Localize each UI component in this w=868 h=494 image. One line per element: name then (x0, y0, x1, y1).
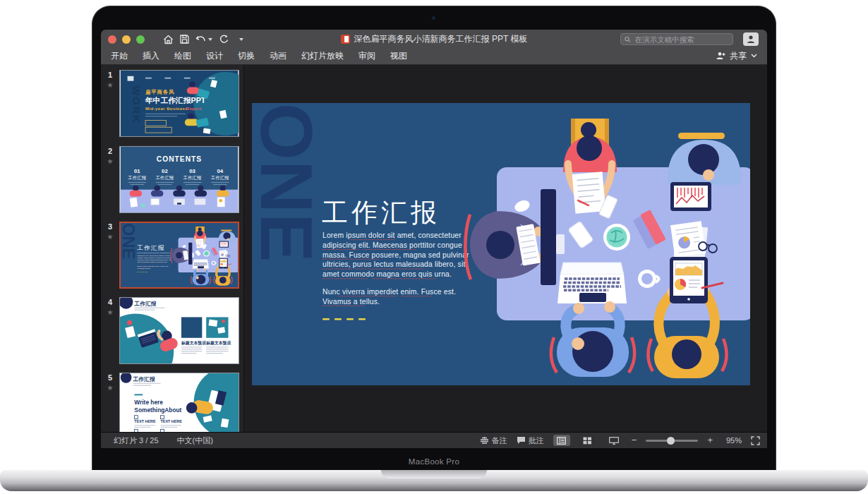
comment-icon (517, 436, 526, 445)
undo-dropdown-icon[interactable] (208, 38, 212, 41)
svg-text:CONTENTS: CONTENTS (157, 155, 202, 163)
slide-number: 3 (101, 222, 119, 231)
view-normal-button[interactable] (553, 435, 570, 446)
slide-number: 2 (101, 147, 119, 155)
thumbnail-item-2[interactable]: 2 ★ CONTENTS 01 工作汇报 02 (101, 146, 243, 213)
zoom-in-button[interactable]: + (707, 437, 713, 444)
slide-number: 4 (101, 298, 119, 306)
home-button[interactable] (163, 35, 174, 44)
transition-star-icon: ★ (101, 81, 119, 89)
notes-button[interactable]: 备注 (480, 435, 507, 446)
tab-home[interactable]: 开始 (111, 50, 128, 62)
slide-counter: 幻灯片 3 / 25 (114, 435, 159, 446)
slide4-thumbnail: 工作汇报 (120, 298, 239, 363)
tab-review[interactable]: 审阅 (358, 50, 375, 62)
window-title: 深色扁平商务风小清新商务工作汇报 PPT 模板 (354, 33, 528, 45)
slide5-thumbnail: 工作汇报 Write h (120, 373, 239, 432)
ppt-document-icon (341, 35, 350, 44)
svg-text:TEXT HERE: TEXT HERE (134, 419, 156, 423)
tab-view[interactable]: 视图 (390, 50, 407, 62)
tab-design[interactable]: 设计 (206, 50, 223, 62)
zoom-button[interactable] (136, 35, 145, 44)
minimize-button[interactable] (122, 35, 131, 44)
redo-button[interactable] (219, 35, 229, 44)
svg-text:01: 01 (134, 168, 140, 174)
traffic-lights (108, 35, 145, 44)
search-field[interactable] (620, 33, 733, 45)
macbook-label: MacBook Pro (0, 457, 868, 466)
svg-text:年中工作汇报PPT: 年中工作汇报PPT (145, 96, 206, 104)
tab-animations[interactable]: 动画 (270, 50, 287, 62)
svg-text:工作汇报: 工作汇报 (132, 376, 155, 382)
webcam-icon (432, 16, 435, 20)
slide2-thumbnail: CONTENTS 01 工作汇报 02 工作汇报 03 工作汇报 04 工作汇 (120, 147, 239, 212)
share-button[interactable]: 共享 (716, 50, 757, 62)
thumbnail-item-4[interactable]: 4 ★ 工作汇报 (101, 297, 243, 364)
macbook-lid-notch (381, 470, 487, 478)
svg-text:标题文本预设: 标题文本预设 (181, 340, 206, 346)
slide3-thumbnail (121, 223, 238, 287)
transition-star-icon: ★ (101, 384, 119, 392)
workspace: 1 ★ WORK 扁平商务风 年中工作汇报PPT (101, 65, 767, 432)
current-slide[interactable] (252, 103, 750, 385)
add-person-icon (716, 52, 725, 60)
slide-sorter-icon (583, 437, 592, 445)
svg-text:工作汇报: 工作汇报 (210, 175, 229, 181)
share-label: 共享 (730, 50, 747, 62)
slide-thumbnail-panel: 1 ★ WORK 扁平商务风 年中工作汇报PPT (101, 65, 244, 432)
view-slide-sorter-button[interactable] (579, 435, 596, 446)
svg-text:工作汇报: 工作汇报 (183, 175, 202, 181)
normal-view-icon (557, 437, 566, 445)
zoom-slider[interactable] (646, 440, 698, 442)
svg-text:Report: Report (186, 107, 202, 111)
tab-draw[interactable]: 绘图 (174, 50, 191, 62)
slide-number: 1 (101, 71, 119, 79)
comments-button[interactable]: 批注 (517, 435, 544, 446)
fullscreen-icon[interactable] (751, 436, 760, 445)
svg-text:04: 04 (217, 168, 223, 174)
save-button[interactable] (180, 35, 189, 44)
notes-icon (480, 437, 489, 445)
thumbnail-item-5[interactable]: 5 ★ 工作汇报 (101, 373, 243, 432)
view-slideshow-button[interactable] (605, 435, 622, 446)
slideshow-icon (609, 437, 619, 445)
slide1-thumbnail: WORK 扁平商务风 年中工作汇报PPT Mid-year Business R… (120, 71, 239, 136)
thumbnail-item-3-selected[interactable]: 3 ★ (101, 222, 243, 289)
account-person-icon (746, 35, 756, 44)
tab-insert[interactable]: 插入 (143, 50, 159, 62)
macbook-mockup: ONE 工作汇报 Lorem ipsum dolor sit amet, con… (0, 0, 868, 494)
status-bar: 幻灯片 3 / 25 中文(中国) 备注 批注 (101, 432, 767, 448)
powerpoint-window: 深色扁平商务风小清新商务工作汇报 PPT 模板 开始 插入 绘图 (101, 30, 767, 448)
zoom-slider-knob[interactable] (667, 437, 675, 445)
svg-text:03: 03 (189, 168, 195, 174)
titlebar: 深色扁平商务风小清新商务工作汇报 PPT 模板 (101, 30, 767, 49)
zoom-level: 95% (722, 436, 742, 445)
toolbar-dropdown-icon[interactable] (239, 38, 243, 41)
svg-text:扁平商务风: 扁平商务风 (145, 89, 175, 95)
search-icon (625, 36, 631, 43)
zoom-out-button[interactable]: − (632, 437, 637, 444)
slide-canvas (244, 65, 767, 432)
transition-star-icon: ★ (101, 157, 119, 165)
account-button[interactable] (743, 32, 759, 46)
svg-text:工作汇报: 工作汇报 (133, 301, 156, 307)
slide-number: 5 (101, 373, 119, 382)
search-input[interactable] (634, 35, 729, 44)
tab-slideshow[interactable]: 幻灯片放映 (301, 50, 344, 62)
language-status[interactable]: 中文(中国) (177, 435, 213, 446)
quick-toolbar (163, 35, 243, 44)
tab-transitions[interactable]: 切换 (238, 50, 255, 62)
svg-text:SomethingAbout: SomethingAbout (134, 406, 181, 414)
svg-text:TEXT HERE: TEXT HERE (161, 419, 183, 423)
ribbon-tabs: 开始 插入 绘图 设计 切换 动画 幻灯片放映 审阅 视图 共享 (101, 49, 767, 65)
transition-star-icon: ★ (101, 233, 119, 241)
svg-text:WORK: WORK (131, 86, 142, 124)
undo-button[interactable] (195, 35, 206, 44)
svg-text:Write here: Write here (134, 399, 163, 406)
svg-text:标题文本预设: 标题文本预设 (205, 340, 231, 346)
thumbnail-item-1[interactable]: 1 ★ WORK 扁平商务风 年中工作汇报PPT (101, 70, 243, 137)
close-button[interactable] (108, 35, 116, 44)
svg-text:02: 02 (162, 168, 168, 174)
share-chevron-icon[interactable] (751, 54, 757, 58)
svg-text:工作汇报: 工作汇报 (155, 175, 174, 181)
